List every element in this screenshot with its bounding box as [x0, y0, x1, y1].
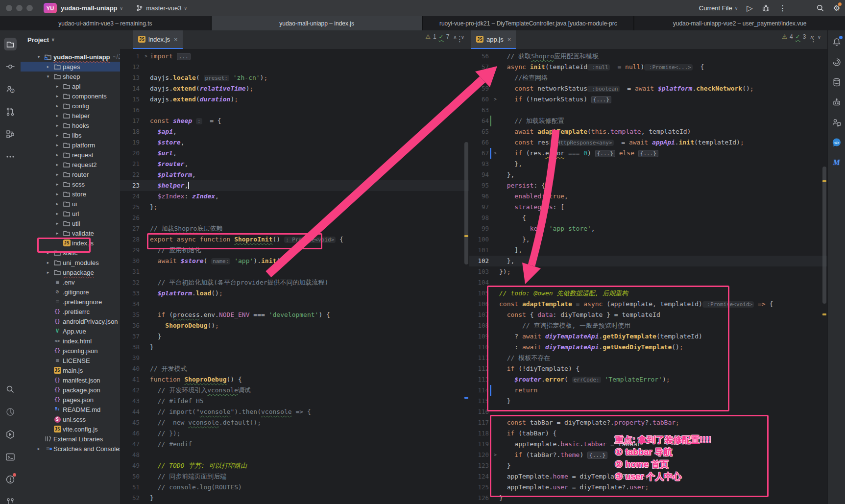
tree-item-.gitignore[interactable]: ⊘.gitignore — [21, 287, 120, 297]
tree-item-manifest.json[interactable]: {}manifest.json — [21, 375, 120, 385]
tree-item-unpackage[interactable]: ▸unpackage — [21, 267, 120, 277]
inspections-widget[interactable]: ⚠1 ✓7 ∧ ∨ — [425, 33, 464, 40]
code-line[interactable]: 117 const tabBar = diyTemplate?.property… — [469, 417, 828, 428]
next-problem-icon[interactable]: ∨ — [818, 34, 821, 40]
tree-item-hooks[interactable]: ▸hooks — [21, 120, 120, 130]
chevron-collapsed-icon[interactable]: ▸ — [53, 94, 62, 98]
code-line[interactable]: 113 $router.error( errCode: 'TemplateErr… — [469, 374, 828, 385]
version-control-icon[interactable] — [4, 496, 17, 504]
code-line[interactable]: 112 if (!diyTemplate) { — [469, 363, 828, 374]
tree-item-uni.scss[interactable]: Suni.scss — [21, 414, 120, 424]
code-line[interactable]: 102 }, — [469, 256, 828, 266]
fold-arrow-icon[interactable]: > — [491, 450, 499, 460]
code-line[interactable]: 50 // 同步前端页面到后端 — [120, 471, 469, 482]
code-line[interactable]: 27// 加载Shopro底层依赖 — [120, 223, 469, 234]
chevron-collapsed-icon[interactable]: ▸ — [53, 123, 62, 128]
code-line[interactable]: 97 strategies: [ — [469, 202, 828, 213]
tree-item-jsconfig.json[interactable]: {}jsconfig.json — [21, 346, 120, 356]
tree-item-api[interactable]: ▸api — [21, 81, 120, 91]
code-line[interactable]: 47 // #endif — [120, 439, 469, 450]
code-line[interactable]: 106const adaptTemplate = async (appTempl… — [469, 299, 828, 310]
tree-item-.env[interactable]: ≡.env — [21, 277, 120, 287]
code-line[interactable]: 58 //检查网络 — [469, 72, 828, 83]
chevron-collapsed-icon[interactable]: ▸ — [53, 182, 62, 187]
code-line[interactable]: 42 // 开发环境引入vconsole调试 — [120, 385, 469, 396]
tree-item-scratchesandconsoles[interactable]: ▸≡Scratches and Consoles — [21, 444, 120, 454]
tree-item-readme.md[interactable]: M↓README.md — [21, 405, 120, 414]
window-close-icon[interactable] — [6, 5, 12, 11]
code-line[interactable]: 16 — [120, 105, 469, 116]
run-configuration-select[interactable]: Current File — [699, 4, 732, 12]
code-line[interactable]: 110 : await diyTemplateApi.getUsedDiyTem… — [469, 342, 828, 353]
tree-item-index.html[interactable]: <>index.html — [21, 336, 120, 346]
code-line[interactable]: 126} — [469, 493, 828, 504]
code-line[interactable]: 1>import ... — [120, 51, 469, 62]
structure-icon[interactable] — [4, 128, 17, 141]
fold-arrow-icon[interactable]: > — [491, 94, 499, 105]
chevron-collapsed-icon[interactable]: ▸ — [44, 64, 52, 69]
code-line[interactable]: 12 — [120, 62, 469, 72]
tree-item-util[interactable]: ▸util — [21, 218, 120, 228]
branch-widget[interactable]: master-vue3 ∨ — [136, 4, 187, 12]
editor-tab-index-js[interactable]: JS index.js × — [133, 30, 183, 49]
code-line[interactable]: 100 }, — [469, 234, 828, 245]
bot-icon[interactable] — [831, 97, 842, 108]
code-line[interactable]: 36 ShoproDebug(); — [120, 320, 469, 331]
settings-button[interactable]: ⚙ — [833, 3, 840, 13]
code-line[interactable]: 125 appTemplate.user = diyTemplate?.user… — [469, 482, 828, 493]
code-line[interactable]: 20 $url, — [120, 148, 469, 159]
code-line[interactable]: 40// 开发模式 — [120, 363, 469, 374]
code-line[interactable]: 44 // import("vconsole").then(vconsole =… — [120, 407, 469, 417]
warning-stripe-mark[interactable] — [464, 235, 468, 237]
scrollbar[interactable] — [464, 142, 468, 264]
scrollbar[interactable] — [822, 167, 826, 304]
tree-item-store[interactable]: ▸store — [21, 189, 120, 199]
tree-item-request[interactable]: ▸request — [21, 150, 120, 160]
chevron-collapsed-icon[interactable]: ▸ — [53, 103, 62, 108]
chevron-collapsed-icon[interactable]: ▸ — [53, 113, 62, 118]
code-line[interactable]: 41function ShoproDebug() { — [120, 374, 469, 385]
code-line[interactable]: 38} — [120, 342, 469, 353]
window-minimize-icon[interactable] — [16, 5, 23, 11]
code-line[interactable]: 49 // TODO 芋艿: 可以打印路由 — [120, 460, 469, 471]
database-icon[interactable] — [831, 77, 842, 88]
terminal-icon[interactable] — [4, 451, 17, 463]
ai-assistant-icon[interactable] — [831, 57, 842, 68]
editor-tab-app-js[interactable]: JS app.js × — [471, 30, 516, 49]
code-line[interactable]: 93 }, — [469, 159, 828, 169]
tree-item-sheep[interactable]: ▾sheep — [21, 72, 120, 81]
code-line[interactable]: 59 const networkStatus :boolean = await … — [469, 83, 828, 94]
code-line[interactable]: 111 // 模板不存在 — [469, 353, 828, 363]
chevron-collapsed-icon[interactable]: ▸ — [53, 221, 62, 226]
tree-item-yudao-mall-uniapp[interactable]: ▾yudao-mall-uniapp~/Java/yuc — [21, 52, 120, 62]
tree-item-url[interactable]: ▸url — [21, 209, 120, 218]
project-panel-header[interactable]: Project ∨ — [21, 30, 120, 49]
tree-item-main.js[interactable]: JSmain.js — [21, 365, 120, 375]
code-line[interactable]: 48 — [120, 450, 469, 460]
chevron-collapsed-icon[interactable]: ▸ — [53, 162, 62, 167]
chevron-collapsed-icon[interactable]: ▸ — [53, 211, 62, 216]
code-line[interactable]: 23 $helper, — [120, 180, 469, 191]
code-line[interactable]: 15dayjs.extend(duration); — [120, 94, 469, 105]
prev-problem-icon[interactable]: ∧ — [453, 34, 457, 40]
code-line[interactable]: 52} — [120, 493, 469, 504]
code-line[interactable]: 99 key: 'app-store', — [469, 223, 828, 234]
code-line[interactable]: 123 } — [469, 460, 828, 471]
code-line[interactable]: 107 const { data: diyTemplate } = templa… — [469, 310, 828, 320]
tree-item-package.json[interactable]: {}package.json — [21, 385, 120, 395]
code-line[interactable]: 21 $router, — [120, 159, 469, 169]
tree-item-uni_modules[interactable]: ▸uni_modules — [21, 258, 120, 267]
chevron-collapsed-icon[interactable]: ▸ — [53, 152, 62, 157]
close-icon[interactable]: × — [507, 36, 511, 43]
tree-item-androidprivacy.json[interactable]: {}androidPrivacy.json — [21, 316, 120, 326]
window-zoom-icon[interactable] — [26, 5, 33, 11]
fold-arrow-icon[interactable]: > — [142, 51, 150, 62]
code-line[interactable]: 65 await adaptTemplate(this.template, te… — [469, 126, 828, 137]
code-line[interactable]: 103}); — [469, 266, 828, 277]
code-line[interactable]: 57 async init(templateId :null = null) :… — [469, 62, 828, 72]
more-actions-button[interactable]: ⋮ — [779, 3, 787, 13]
tree-item-.prettierignore[interactable]: ≡.prettierignore — [21, 297, 120, 307]
tree-item-ui[interactable]: ▸ui — [21, 199, 120, 209]
chevron-collapsed-icon[interactable]: ▸ — [53, 201, 62, 206]
code-line[interactable]: 119 appTemplate.basic.tabbar = tabBar — [469, 439, 828, 450]
